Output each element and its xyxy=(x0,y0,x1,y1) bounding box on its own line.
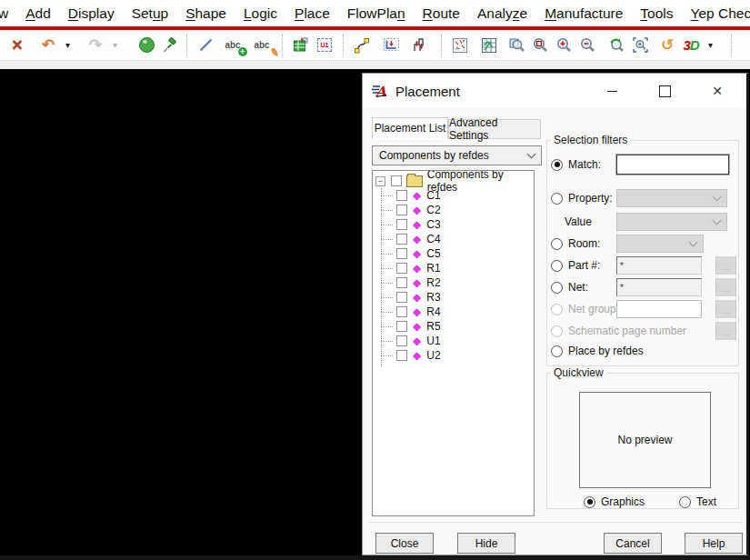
menu-item-yep-checke[interactable]: Yep Checke xyxy=(690,5,750,22)
unrats-all-button[interactable] xyxy=(448,34,472,57)
tree-item-checkbox[interactable] xyxy=(396,321,407,332)
component-tree[interactable]: − Components by refdes ◆C1◆C2◆C3◆C4◆C5◆R… xyxy=(372,170,535,516)
match-input[interactable] xyxy=(616,155,729,175)
tree-item-checkbox[interactable] xyxy=(396,190,407,201)
redo-button[interactable]: ↷ xyxy=(84,34,107,57)
close-button[interactable]: Close xyxy=(375,533,434,554)
undo-options-button[interactable]: ▾ xyxy=(60,34,84,57)
tree-root[interactable]: − Components by refdes xyxy=(375,174,534,188)
tree-item-checkbox[interactable] xyxy=(396,277,407,288)
tree-item-checkbox[interactable] xyxy=(396,234,407,245)
tree-item-checkbox[interactable] xyxy=(396,335,407,346)
part-input[interactable] xyxy=(616,256,702,275)
tree-item-checkbox[interactable] xyxy=(396,350,407,361)
add-text-button[interactable]: abc+ xyxy=(221,34,245,57)
net-group-radio[interactable] xyxy=(551,304,563,315)
highlight-button[interactable] xyxy=(135,34,158,57)
3d-options-button[interactable]: ▾ xyxy=(703,34,726,57)
zoom-out-button[interactable] xyxy=(575,34,599,57)
place-component-button[interactable]: U1 xyxy=(313,34,336,57)
tree-root-checkbox[interactable] xyxy=(391,175,402,186)
net-group-input[interactable] xyxy=(616,300,702,318)
zoom-in-button[interactable] xyxy=(552,34,575,57)
delete-button[interactable]: ✕ xyxy=(5,34,29,57)
graphics-radio[interactable] xyxy=(584,496,595,508)
schematic-page-radio[interactable] xyxy=(551,325,563,337)
menu-item-analyze[interactable]: Analyze xyxy=(477,5,527,22)
hide-button[interactable]: Hide xyxy=(457,533,515,554)
menu-item-route[interactable]: Route xyxy=(423,5,460,22)
net-group-browse-button[interactable]: … xyxy=(715,301,736,318)
zoom-previous-button[interactable] xyxy=(605,34,628,57)
menu-item-setup[interactable]: Setup xyxy=(132,5,169,22)
tree-item-r2[interactable]: ◆R2 xyxy=(373,275,534,290)
part-browse-button[interactable]: … xyxy=(715,257,736,275)
tree-item-r1[interactable]: ◆R1 xyxy=(373,261,534,275)
property-dropdown[interactable] xyxy=(616,189,727,207)
menu-item-w[interactable]: w xyxy=(0,5,8,22)
tree-item-checkbox[interactable] xyxy=(396,219,407,230)
menu-item-manufacture[interactable]: Manufacture xyxy=(545,5,623,22)
room-radio[interactable] xyxy=(551,238,563,250)
place-by-refdes-radio[interactable] xyxy=(551,345,563,357)
menu-item-logic[interactable]: Logic xyxy=(244,5,277,22)
tab-placement-list[interactable]: Placement List xyxy=(372,117,448,139)
add-line-button[interactable] xyxy=(194,34,217,57)
net-radio[interactable] xyxy=(551,282,563,294)
collapse-icon[interactable]: − xyxy=(375,176,385,186)
tab-advanced-settings[interactable]: Advanced Settings xyxy=(448,119,541,139)
tree-item-c1[interactable]: ◆C1 xyxy=(373,188,534,203)
match-radio[interactable] xyxy=(551,159,563,171)
schematic-browse-button[interactable]: … xyxy=(715,323,736,340)
component-spreadsheet-button[interactable] xyxy=(289,34,313,57)
3d-canvas-button[interactable]: 3D xyxy=(679,34,703,57)
edit-text-button[interactable]: abc✎ xyxy=(250,34,274,57)
menu-item-place[interactable]: Place xyxy=(295,5,330,22)
add-text-icon: abc+ xyxy=(225,41,240,50)
tree-item-checkbox[interactable] xyxy=(396,306,407,317)
maximize-button[interactable] xyxy=(650,79,679,103)
tree-item-r3[interactable]: ◆R3 xyxy=(373,290,534,305)
zoom-points-button[interactable] xyxy=(505,34,528,57)
edit-route-button[interactable] xyxy=(350,34,374,57)
part-radio[interactable] xyxy=(551,260,563,272)
net-input[interactable] xyxy=(616,278,702,296)
tree-item-c5[interactable]: ◆C5 xyxy=(373,246,534,261)
menu-item-flowplan[interactable]: FlowPlan xyxy=(347,5,405,22)
menu-item-shape[interactable]: Shape xyxy=(185,5,226,22)
dialog-titlebar[interactable]: A Placement ✕ xyxy=(363,74,746,108)
cancel-button[interactable]: Cancel xyxy=(604,533,662,554)
tree-item-c4[interactable]: ◆C4 xyxy=(373,232,534,246)
tree-item-u2[interactable]: ◆U2 xyxy=(373,348,534,363)
tree-item-checkbox[interactable] xyxy=(396,292,407,303)
tree-item-r4[interactable]: ◆R4 xyxy=(373,305,534,319)
zoom-selection-button[interactable] xyxy=(628,34,652,57)
phase-tune-button[interactable] xyxy=(406,34,430,57)
tree-item-c3[interactable]: ◆C3 xyxy=(373,217,534,232)
undo-button[interactable]: ↶ xyxy=(36,34,60,57)
value-dropdown[interactable] xyxy=(616,213,727,231)
tree-item-r5[interactable]: ◆R5 xyxy=(373,319,534,334)
net-browse-button[interactable]: … xyxy=(715,279,736,296)
redo-options-button[interactable]: ▾ xyxy=(107,34,131,57)
minimize-button[interactable] xyxy=(597,79,626,103)
redraw-button[interactable]: ↺ xyxy=(655,34,679,57)
close-window-button[interactable]: ✕ xyxy=(703,79,732,103)
delay-tune-button[interactable] xyxy=(379,34,403,57)
text-radio[interactable] xyxy=(679,496,691,508)
tree-item-checkbox[interactable] xyxy=(396,248,407,259)
rats-all-button[interactable] xyxy=(477,34,501,57)
tree-item-u1[interactable]: ◆U1 xyxy=(373,334,534,348)
tree-item-c2[interactable]: ◆C2 xyxy=(373,203,534,217)
menu-item-add[interactable]: Add xyxy=(25,5,51,22)
list-mode-dropdown[interactable]: Components by refdes xyxy=(372,145,542,165)
tree-item-checkbox[interactable] xyxy=(396,205,407,215)
property-radio[interactable] xyxy=(551,193,563,205)
tree-item-checkbox[interactable] xyxy=(396,263,407,274)
menu-item-display[interactable]: Display xyxy=(68,5,115,22)
help-button[interactable]: Help xyxy=(685,533,743,554)
room-dropdown[interactable] xyxy=(616,235,704,253)
zoom-fit-button[interactable] xyxy=(528,34,552,57)
menu-item-tools[interactable]: Tools xyxy=(640,5,673,22)
pin-button[interactable] xyxy=(158,34,182,57)
